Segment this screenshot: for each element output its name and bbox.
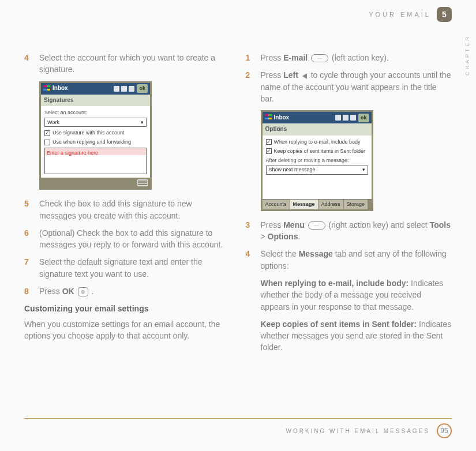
- checkbox-label: Use signature with this account: [53, 129, 125, 137]
- text: Press: [261, 220, 284, 230]
- option-title: Keep copies of sent items in Sent folder…: [261, 320, 417, 329]
- step-text: Press E-mail ⋯ (left action key).: [261, 52, 389, 63]
- chapter-side-label: CHAPTER: [464, 35, 470, 76]
- titlebar-status-icons: [114, 86, 134, 92]
- speaker-icon: [121, 86, 127, 92]
- section-paragraph: When you customize settings for an email…: [24, 318, 231, 342]
- text: Press: [261, 53, 284, 62]
- page-number: 95: [437, 423, 452, 438]
- step-4r: 4 Select the Message tab and set any of …: [246, 248, 452, 272]
- step-1: 1 Press E-mail ⋯ (left action key).: [246, 52, 452, 63]
- checkbox-icon: ✓: [266, 139, 272, 145]
- section-heading: Customizing your email settings: [24, 303, 231, 314]
- battery-icon: [350, 115, 356, 121]
- step-number: 4: [24, 52, 32, 76]
- step-number: 7: [24, 256, 32, 280]
- ok-key-icon: ⊚: [78, 287, 88, 296]
- signature-textarea: Enter a signature here: [44, 148, 147, 174]
- bold-message: Message: [299, 249, 333, 258]
- step-text: Press Left to cycle through your account…: [261, 69, 452, 104]
- step-number: 1: [246, 52, 254, 63]
- phone-body: ✓ When replying to e-mail, include body …: [263, 136, 372, 199]
- chapter-badge: 5: [437, 7, 452, 22]
- tab-storage: Storage: [344, 200, 369, 209]
- phone-bottombar: [41, 178, 150, 188]
- speaker-icon: [343, 115, 348, 121]
- phone-options-screenshot: Inbox ok Options ✓ When replying to e-ma…: [261, 110, 373, 211]
- bold-menu: Menu: [283, 220, 305, 230]
- action-key-icon: ⋯: [308, 221, 325, 230]
- step-8: 8 Press OK ⊚ .: [24, 285, 231, 297]
- checkbox-icon: ✓: [44, 130, 50, 136]
- phone-subbar: Options: [263, 123, 372, 136]
- header-section: YOUR EMAIL: [369, 11, 431, 18]
- footer-text: WORKING WITH EMAIL MESSAGES: [286, 428, 430, 434]
- step-number: 5: [24, 198, 32, 221]
- checkbox-use-signature: ✓ Use signature with this account: [44, 129, 147, 137]
- bold-left: Left: [283, 70, 298, 80]
- tab-message: Message: [290, 200, 318, 209]
- step-number: 3: [246, 219, 254, 243]
- step-text: Check the box to add this signature to n…: [39, 198, 231, 221]
- step-text: Select the default signature text and en…: [39, 256, 231, 280]
- windows-flag-icon: [265, 114, 272, 121]
- checkbox-sent-copies: ✓ Keep copies of sent items in Sent fold…: [266, 148, 368, 155]
- document-page: YOUR EMAIL 5 CHAPTER 4 Select the accoun…: [0, 0, 476, 451]
- signal-icon: [335, 115, 341, 121]
- battery-icon: [129, 86, 134, 92]
- chevron-down-icon: ▾: [362, 166, 365, 174]
- text: .: [89, 287, 94, 296]
- step-text: (Optional) Check the box to add this sig…: [39, 227, 231, 251]
- bold-email: E-mail: [283, 53, 308, 62]
- content-columns: 4 Select the account for which you want …: [24, 52, 452, 359]
- bold-ok: OK: [62, 287, 74, 296]
- phone-subbar: Signatures: [41, 95, 150, 107]
- step-7: 7 Select the default signature text and …: [24, 256, 231, 280]
- step-text: Select the Message tab and set any of th…: [261, 248, 452, 272]
- step-4: 4 Select the account for which you want …: [24, 52, 231, 76]
- checkbox-label: When replying to e-mail, include body: [274, 138, 361, 146]
- bold-tools: Tools: [430, 220, 451, 230]
- checkbox-reply-forward: Use when replying and forwarding: [44, 138, 147, 146]
- checkbox-label: Keep copies of sent items in Sent folder: [274, 148, 366, 155]
- step-text: Select the account for which you want to…: [39, 52, 231, 76]
- step-5: 5 Check the box to add this signature to…: [24, 198, 231, 221]
- signature-text: Enter a signature here: [47, 150, 98, 156]
- left-arrow-icon: [302, 73, 307, 79]
- text: Press: [39, 287, 62, 296]
- tab-accounts: Accounts: [263, 200, 290, 209]
- page-header: YOUR EMAIL 5: [369, 7, 452, 22]
- phone-body: Select an account: Work ▾ ✓ Use signatur…: [41, 106, 150, 178]
- text: Press: [261, 70, 284, 80]
- step-6: 6 (Optional) Check the box to add this s…: [24, 227, 231, 251]
- titlebar-status-icons: [335, 115, 356, 121]
- phone-signatures-screenshot: Inbox ok Signatures Select an account: W…: [39, 81, 152, 190]
- select-account-label: Select an account:: [44, 109, 147, 116]
- phone-title: Inbox: [274, 114, 333, 122]
- option-include-body: When replying to e-mail, include body: I…: [261, 277, 452, 313]
- after-deleting-label: After deleting or moving a message:: [266, 157, 368, 164]
- step-3: 3 Press Menu ⋯ (right action key) and se…: [246, 219, 452, 243]
- signal-icon: [114, 86, 119, 92]
- step-2: 2 Press Left to cycle through your accou…: [246, 69, 452, 104]
- checkbox-icon: ✓: [266, 148, 272, 154]
- step-number: 2: [246, 69, 254, 104]
- after-deleting-select: Show next message ▾: [266, 166, 368, 175]
- text: Select the: [261, 249, 299, 258]
- left-column: 4 Select the account for which you want …: [24, 52, 231, 359]
- text: >: [261, 232, 268, 241]
- tab-address: Address: [318, 200, 344, 209]
- text: (right action key) and select: [329, 220, 430, 230]
- step-number: 4: [246, 248, 254, 272]
- action-key-icon: ⋯: [311, 54, 328, 62]
- ok-button: ok: [358, 114, 369, 122]
- step-text: Press Menu ⋯ (right action key) and sele…: [261, 219, 452, 243]
- chevron-down-icon: ▾: [141, 119, 144, 126]
- text: (left action key).: [332, 53, 389, 62]
- phone-tabs: Accounts Message Address Storage: [263, 199, 372, 209]
- select-value: Show next message: [269, 166, 316, 174]
- checkbox-icon: [44, 140, 50, 145]
- step-number: 8: [24, 285, 32, 297]
- step-number: 6: [24, 227, 32, 251]
- phone-titlebar: Inbox ok: [41, 83, 150, 95]
